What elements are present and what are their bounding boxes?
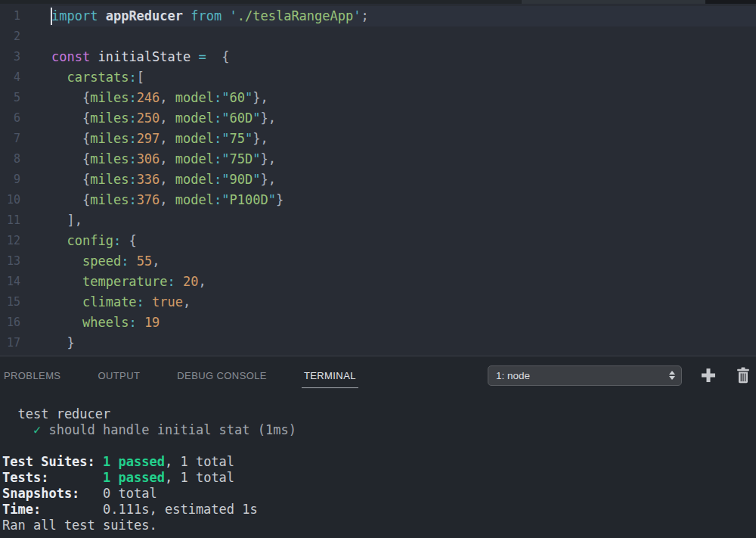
gutter-gap	[20, 26, 50, 47]
terminal-text: 0.111s, estimated 1s	[41, 502, 258, 517]
panel-tab-terminal[interactable]: TERMINAL	[304, 370, 356, 381]
code-line: 6 {miles:250, model:"60D"},	[0, 108, 756, 129]
code-line: 13 speed: 55,	[0, 251, 756, 272]
token: "	[253, 172, 260, 187]
token: import	[51, 8, 98, 23]
text-cursor	[51, 8, 52, 25]
token: model	[175, 192, 214, 207]
terminal-line: Time: 0.111s, estimated 1s	[2, 502, 756, 518]
token: :	[129, 315, 136, 330]
token: :	[137, 294, 144, 309]
terminal-text	[2, 422, 33, 437]
token: =	[199, 49, 206, 64]
token: [	[137, 70, 144, 85]
token: "	[222, 151, 229, 166]
panel-tab-problems[interactable]: PROBLEMS	[4, 370, 60, 381]
token: ,	[152, 253, 160, 269]
panel-tab-output[interactable]: OUTPUT	[98, 370, 140, 381]
token	[51, 274, 82, 289]
code-line: 2	[0, 26, 756, 47]
token: miles	[90, 151, 129, 166]
code-line: 11 ],	[0, 210, 756, 231]
token: 336	[137, 172, 160, 187]
code-line-content: {miles:246, model:"60"},	[50, 88, 756, 108]
line-number: 12	[0, 231, 20, 251]
token: ,	[160, 151, 175, 166]
token: P100D	[230, 192, 268, 207]
token: {	[51, 131, 90, 146]
token: {	[51, 151, 90, 166]
code-line: 3const initialState = {	[0, 47, 756, 67]
line-number: 16	[0, 313, 20, 333]
window-top-edge	[0, 0, 756, 4]
token: {	[121, 233, 136, 248]
line-number: 9	[0, 169, 20, 190]
new-terminal-button[interactable]	[699, 365, 718, 385]
token: :	[113, 233, 121, 248]
terminal-line: Ran all test suites.	[2, 518, 756, 533]
token: initialState	[98, 49, 191, 64]
panel-tab-debug-console[interactable]: DEBUG CONSOLE	[177, 370, 267, 381]
token: miles	[90, 90, 129, 105]
code-line: 4 carstats:[	[0, 67, 756, 88]
token: :	[214, 90, 222, 105]
bottom-panel: PROBLEMSOUTPUTDEBUG CONSOLETERMINAL 1: n…	[0, 356, 756, 538]
window-top-edge-segment	[522, 0, 705, 4]
token	[98, 8, 105, 23]
line-number: 4	[0, 67, 20, 88]
terminal-line: Tests: 1 passed, 1 total	[2, 470, 756, 486]
token: config	[67, 233, 113, 248]
token	[191, 49, 198, 64]
token: climate	[82, 294, 137, 309]
code-line-content: config: {	[50, 231, 756, 251]
token: miles	[90, 131, 129, 146]
terminal-text: should handle initial stat (1ms)	[41, 422, 296, 437]
token: "	[222, 90, 229, 105]
token: model	[175, 131, 214, 146]
token: },	[260, 172, 275, 187]
gutter-gap	[20, 272, 50, 292]
kill-terminal-button[interactable]	[733, 365, 753, 385]
token: "	[253, 151, 260, 166]
token: :	[121, 253, 129, 269]
terminal-text: 1 passed	[103, 454, 165, 469]
token: "	[222, 131, 229, 146]
code-line: 15 climate: true,	[0, 292, 756, 313]
token: miles	[90, 110, 129, 126]
token: {	[51, 192, 90, 207]
token: 297	[137, 131, 160, 146]
code-line: 17 }	[0, 333, 756, 353]
terminal-output[interactable]: test reducer ✓ should handle initial sta…	[0, 394, 756, 533]
line-number: 7	[0, 129, 20, 149]
token: :	[129, 131, 136, 146]
token: :	[214, 151, 222, 166]
code-line-content: wheels: 19	[50, 313, 756, 333]
code-editor[interactable]: 1import appReducer from './teslaRangeApp…	[0, 4, 756, 356]
token: from	[191, 8, 222, 23]
terminal-text: Tests:	[2, 470, 48, 485]
trash-icon	[736, 367, 751, 384]
token: {	[51, 110, 90, 126]
code-line-content: speed: 55,	[50, 251, 756, 272]
token: }	[51, 335, 75, 350]
token: "	[268, 192, 276, 207]
line-number: 6	[0, 108, 20, 129]
terminal-text: Time:	[2, 502, 41, 517]
select-updown-arrows-icon	[669, 371, 675, 380]
token: "	[253, 110, 260, 126]
code-line-content: carstats:[	[50, 67, 756, 88]
token: },	[253, 90, 268, 105]
token: 246	[137, 90, 160, 105]
gutter-gap	[20, 108, 50, 129]
token: },	[253, 131, 268, 146]
line-number: 17	[0, 333, 20, 353]
code-line: 5 {miles:246, model:"60"},	[0, 88, 756, 108]
token: :	[168, 274, 175, 289]
token: {	[206, 49, 230, 64]
terminal-text: 1 passed	[103, 470, 165, 485]
token: miles	[90, 192, 129, 207]
token: model	[175, 90, 214, 105]
code-line-content: import appReducer from './teslaRangeApp'…	[50, 6, 756, 26]
terminal-instance-select[interactable]: 1: node	[488, 365, 682, 386]
token: :	[129, 90, 136, 105]
